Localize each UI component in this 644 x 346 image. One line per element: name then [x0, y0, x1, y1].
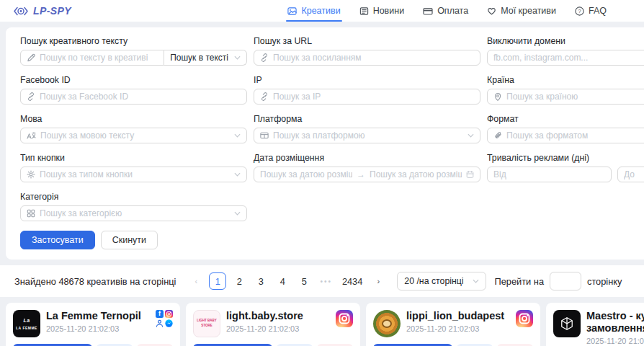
date-to-field[interactable] [370, 167, 462, 182]
nav-tab-payment[interactable]: Оплата [423, 0, 468, 22]
chevron-down-icon [468, 133, 474, 138]
page-button-1[interactable]: 1 [209, 272, 226, 290]
filter-field-format: Формат [487, 114, 644, 143]
page-button-3[interactable]: 3 [252, 272, 269, 290]
date-from-field[interactable] [260, 167, 352, 182]
link-icon [27, 92, 35, 101]
nav-tab-label: Новини [373, 6, 405, 16]
url-input[interactable] [254, 50, 480, 66]
button-type-field[interactable] [40, 167, 230, 182]
apply-button[interactable]: Застосувати [20, 231, 95, 249]
filter-field-creative-text: Пошук креативного тексту Пошук в тексті [20, 36, 247, 66]
nav-tab-creatives[interactable]: Креативи [287, 0, 340, 22]
location-pin-icon [493, 92, 502, 102]
field-label: Пошук за URL [254, 36, 480, 46]
duration-from-input[interactable] [487, 167, 612, 182]
social-icons [516, 310, 533, 327]
filter-field-duration: Тривалість реклами (дні) [487, 153, 644, 182]
filter-field-platform: Платформа [254, 114, 480, 143]
pagination: ‹ 1 2 3 4 5 ••• 2434 › [187, 272, 387, 290]
chevron-down-icon [234, 56, 241, 60]
field-label: Тип кнопки [20, 153, 247, 163]
duration-to-input[interactable] [617, 167, 644, 182]
facebook-icon: f [156, 310, 164, 318]
duration-from-field[interactable] [493, 167, 605, 182]
brand-logo[interactable]: LP-SPY [13, 5, 71, 17]
nav-tab-news[interactable]: Новини [359, 0, 405, 22]
ip-input[interactable] [254, 89, 480, 105]
platform-field[interactable] [273, 128, 463, 143]
jumper-suffix: сторінку [587, 276, 622, 287]
messenger-icon [165, 319, 173, 327]
field-label: Платформа [254, 114, 480, 124]
duration-to-field[interactable] [624, 167, 644, 182]
field-label: IP [254, 75, 480, 85]
calendar-icon [466, 170, 474, 179]
category-select[interactable] [20, 205, 247, 221]
nav-tab-my-creatives[interactable]: Мої креативи [487, 0, 556, 22]
creative-text-field[interactable] [40, 50, 158, 65]
reset-button[interactable]: Скинути [101, 231, 158, 249]
card-title: light.baby.store [226, 310, 330, 322]
nav-tab-faq[interactable]: ? FAQ [575, 0, 607, 22]
text-search-mode-select[interactable]: Пошук в тексті [164, 50, 247, 66]
link-icon [260, 92, 269, 101]
creative-card[interactable]: LaLA FEMME La Femme Ternopil 2025-11-20 … [6, 303, 180, 346]
format-field[interactable] [506, 128, 644, 143]
social-icons: f [156, 310, 173, 327]
jumper-prefix: Перейти на [495, 276, 544, 287]
card-title: La Femme Ternopil [46, 310, 150, 322]
filter-field-button-type: Тип кнопки [20, 153, 247, 182]
platform-icon [260, 131, 269, 140]
grid-icon [27, 209, 35, 218]
exclude-domains-field[interactable] [493, 50, 644, 65]
field-label: Мова [20, 114, 247, 124]
card-date: 2025-11-20 21:02:03 [406, 324, 510, 333]
main-nav: Креативи Новини Оплата [287, 0, 607, 22]
next-page-button[interactable]: › [370, 272, 387, 290]
date-range-picker[interactable]: → [254, 167, 480, 182]
ip-field[interactable] [273, 89, 474, 104]
creative-card[interactable]: Maestro - кухні, меблі на замовлення в У… [546, 303, 644, 346]
prev-page-button[interactable]: ‹ [187, 272, 205, 290]
pages-ellipsis[interactable]: ••• [317, 272, 335, 290]
creative-card[interactable]: lippi_lion_budapest 2025-11-20 21:02:03 … [366, 303, 540, 346]
page-button-2[interactable]: 2 [231, 272, 248, 290]
platform-select[interactable] [254, 128, 480, 143]
filter-field-exclude-domains: Виключити домени [487, 36, 644, 66]
instagram-icon [516, 310, 533, 327]
eye-logo-icon [13, 6, 29, 17]
page-button-4[interactable]: 4 [274, 272, 291, 290]
instagram-icon [165, 310, 173, 318]
jump-page-input[interactable] [550, 272, 581, 290]
app-header: LP-SPY Креативи Новини [0, 0, 644, 22]
creative-card[interactable]: LIGHT BABY STORE light.baby.store 2025-1… [186, 303, 360, 346]
exclude-domains-input[interactable] [487, 50, 644, 66]
language-select[interactable] [20, 128, 247, 143]
card-date: 2025-11-20 21:02:03 [586, 337, 644, 345]
page-button-5[interactable]: 5 [295, 272, 313, 290]
translate-icon [27, 131, 36, 140]
facebook-id-field[interactable] [40, 89, 241, 104]
link-icon [260, 53, 269, 62]
field-label: Категорія [20, 192, 247, 202]
format-select[interactable] [487, 128, 644, 143]
user-icon [156, 319, 164, 327]
filters-panel: Пошук креативного тексту Пошук в тексті [6, 27, 644, 260]
facebook-id-input[interactable] [20, 89, 247, 105]
language-field[interactable] [40, 128, 230, 143]
url-field[interactable] [273, 50, 474, 65]
page-button-last[interactable]: 2434 [339, 272, 365, 290]
category-field[interactable] [40, 206, 230, 221]
nav-tab-label: FAQ [589, 6, 607, 16]
creative-text-input[interactable] [20, 50, 164, 66]
arrow-right-icon: → [357, 169, 365, 179]
field-label: Виключити домени [487, 36, 644, 46]
svg-text:?: ? [578, 8, 581, 14]
page-size-select[interactable]: 20 /на сторінці [397, 272, 486, 290]
country-input[interactable] [487, 89, 644, 105]
button-type-select[interactable] [20, 167, 247, 182]
results-summary: Знайдено 48678 креативів на сторінці [14, 276, 176, 287]
country-field[interactable] [506, 89, 644, 104]
filter-field-category: Категорія [20, 192, 247, 221]
